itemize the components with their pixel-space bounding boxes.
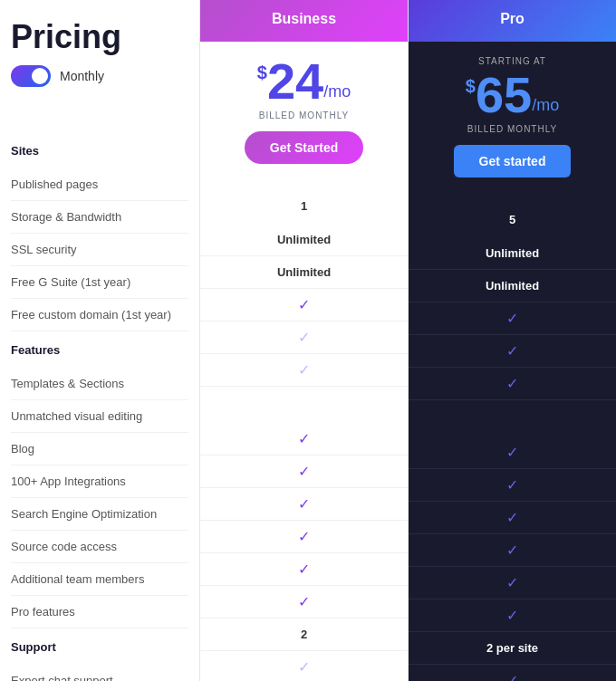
- pro-published-pages-value: Unlimited: [486, 246, 539, 260]
- pro-val-sites: 5: [409, 201, 616, 237]
- feature-label-source-code: Source code access: [11, 531, 188, 563]
- feature-label-pro-features: Pro features: [11, 596, 188, 628]
- features-column: Pricing Monthly Sites Published pages St…: [0, 0, 199, 681]
- billing-toggle[interactable]: [11, 65, 51, 87]
- pro-val-blog: ✓: [409, 502, 616, 534]
- feature-label-blog: Blog: [11, 433, 188, 465]
- business-gsuite-check: ✓: [298, 329, 310, 346]
- pro-val-ssl: ✓: [409, 302, 616, 335]
- pro-app-integrations-check: ✓: [506, 542, 518, 559]
- plans-area: Business $ 24 /mo BILLED MONTHLY Get Sta…: [199, 0, 616, 681]
- pro-blog-check: ✓: [506, 509, 518, 526]
- business-features-spacer: [200, 387, 408, 423]
- pro-val-source-code: ✓: [409, 599, 616, 632]
- pro-val-published-pages: Unlimited: [409, 237, 616, 270]
- feature-label-features-header: Features: [11, 331, 188, 368]
- pro-ssl-check: ✓: [506, 310, 518, 327]
- business-custom-domain-check: ✓: [298, 361, 310, 379]
- business-val-pro-features: ✓: [200, 651, 408, 681]
- business-price-dollar: $: [257, 63, 267, 82]
- business-val-blog: ✓: [200, 488, 408, 521]
- business-val-published-pages: Unlimited: [200, 224, 408, 256]
- feature-label-team-members: Additional team members: [11, 563, 188, 596]
- business-val-gsuite: ✓: [200, 321, 408, 354]
- feature-label-seo: Search Engine Optimization: [11, 498, 188, 531]
- pro-templates-check: ✓: [506, 444, 518, 461]
- business-billed-label: BILLED MONTHLY: [209, 110, 399, 120]
- business-seo-check: ✓: [298, 561, 310, 578]
- pro-storage-value: Unlimited: [486, 279, 539, 293]
- feature-labels: Sites Published pages Storage & Bandwidt…: [11, 132, 188, 681]
- pro-val-storage: Unlimited: [409, 270, 616, 302]
- pro-billed-label: BILLED MONTHLY: [418, 124, 607, 134]
- pro-values: 5 Unlimited Unlimited ✓ ✓: [409, 201, 616, 681]
- pro-starting-at: STARTING AT: [418, 56, 607, 66]
- feature-label-ssl: SSL security: [11, 234, 188, 266]
- business-val-custom-domain: ✓: [200, 354, 408, 387]
- business-price-line: $ 24 /mo: [209, 56, 399, 107]
- pro-team-members-value: 2 per site: [486, 641, 538, 655]
- pro-source-code-check: ✓: [506, 607, 518, 624]
- pro-plan-name: Pro: [500, 11, 525, 26]
- business-cta-button[interactable]: Get Started: [245, 131, 363, 164]
- billing-toggle-row[interactable]: Monthly: [11, 65, 188, 87]
- business-sites-value: 1: [301, 199, 307, 213]
- business-values: 1 Unlimited Unlimited ✓ ✓: [200, 187, 408, 681]
- feature-label-sites: Sites: [11, 132, 188, 168]
- pro-plan-column: Pro STARTING AT $ 65 /mo BILLED MONTHLY …: [409, 0, 616, 681]
- business-ssl-check: ✓: [298, 296, 310, 313]
- feature-label-published-pages: Published pages: [11, 168, 188, 201]
- pro-price-line: $ 65 /mo: [418, 70, 607, 120]
- pro-visual-editing-check: ✓: [506, 476, 518, 494]
- feature-label-app-integrations: 100+ App Integrations: [11, 465, 188, 498]
- business-price-mo: /mo: [323, 83, 351, 100]
- pro-seo-check: ✓: [506, 574, 518, 591]
- pro-val-templates: ✓: [409, 436, 616, 469]
- business-val-source-code: ✓: [200, 586, 408, 619]
- pro-price-number: 65: [476, 70, 532, 120]
- feature-label-gsuite: Free G Suite (1st year): [11, 266, 188, 299]
- pro-val-gsuite: ✓: [409, 335, 616, 368]
- pro-gsuite-check: ✓: [506, 342, 518, 360]
- feature-label-support-header: Support: [11, 628, 188, 665]
- business-pro-features-check: ✓: [298, 658, 310, 676]
- pro-price-dollar: $: [466, 77, 476, 95]
- business-plan-header: Business: [200, 0, 408, 42]
- toggle-label: Monthly: [60, 69, 104, 83]
- business-val-storage: Unlimited: [200, 256, 408, 289]
- feature-label-visual-editing: Unmatched visual editing: [11, 400, 188, 433]
- business-app-integrations-check: ✓: [298, 528, 310, 545]
- business-team-members-value: 2: [301, 628, 307, 641]
- business-plan-column: Business $ 24 /mo BILLED MONTHLY Get Sta…: [199, 0, 409, 681]
- feature-label-custom-domain: Free custom domain (1st year): [11, 299, 188, 331]
- pro-val-pro-features: ✓: [409, 665, 616, 681]
- business-val-seo: ✓: [200, 553, 408, 586]
- business-source-code-check: ✓: [298, 593, 310, 610]
- pro-val-app-integrations: ✓: [409, 534, 616, 567]
- business-published-pages-value: Unlimited: [277, 233, 331, 246]
- business-storage-value: Unlimited: [277, 265, 331, 279]
- pro-price-area: STARTING AT $ 65 /mo BILLED MONTHLY Get …: [409, 42, 616, 201]
- business-price-number: 24: [267, 56, 323, 107]
- page-title: Pricing: [11, 18, 188, 56]
- pro-sites-value: 5: [509, 213, 515, 226]
- business-blog-check: ✓: [298, 495, 310, 513]
- pro-cta-button[interactable]: Get started: [454, 145, 572, 177]
- pro-price-mo: /mo: [532, 97, 559, 113]
- feature-label-templates: Templates & Sections: [11, 368, 188, 400]
- business-val-sites: 1: [200, 187, 408, 224]
- pro-val-seo: ✓: [409, 567, 616, 599]
- pro-val-team-members: 2 per site: [409, 632, 616, 665]
- business-val-app-integrations: ✓: [200, 521, 408, 553]
- feature-label-expert-chat: Expert chat support: [11, 665, 188, 681]
- business-visual-editing-check: ✓: [298, 463, 310, 480]
- pro-plan-header: Pro: [409, 0, 616, 42]
- pro-val-custom-domain: ✓: [409, 368, 616, 400]
- business-price-area: $ 24 /mo BILLED MONTHLY Get Started: [200, 42, 408, 187]
- pro-custom-domain-check: ✓: [506, 375, 518, 392]
- pro-pro-features-check: ✓: [506, 672, 518, 681]
- pro-features-spacer: [409, 400, 616, 436]
- business-val-visual-editing: ✓: [200, 456, 408, 488]
- business-val-templates: ✓: [200, 423, 408, 456]
- business-plan-name: Business: [272, 11, 336, 26]
